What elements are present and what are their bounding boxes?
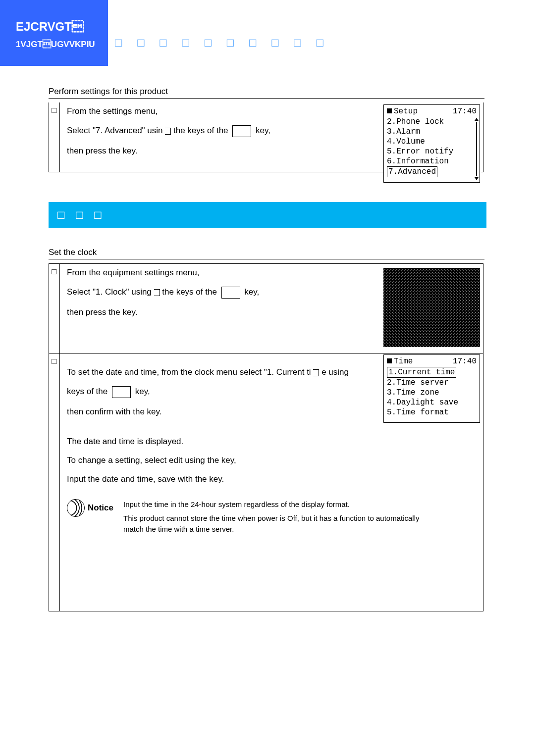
- phone-screen-dark: [383, 268, 480, 347]
- phone-screen-time: Time 17:40 1.Current time 2.Time server …: [383, 354, 480, 423]
- menu-item[interactable]: 3.Alarm: [387, 127, 477, 137]
- phone-menu-list: 2.Phone lock 3.Alarm 4.Volume 5.Error no…: [387, 117, 477, 177]
- section2-intro: Set the clock: [49, 248, 484, 259]
- section2-row1: □ From the equipment settings menu, Sele…: [49, 263, 483, 353]
- menu-item-selected[interactable]: 7.Advanced: [387, 166, 437, 177]
- phone-clock: 17:40: [453, 357, 477, 366]
- step-body: From the settings menu, Select "7. Advan…: [60, 102, 483, 172]
- clock-section-bar: □ □ □: [49, 202, 486, 228]
- phone-clock: 17:40: [453, 107, 477, 116]
- section2-steps: □ From the equipment settings menu, Sele…: [49, 263, 483, 611]
- sound-waves-icon: [67, 499, 85, 517]
- chapter-header: EJCRVGT 1VJGTUGVVKPIU: [0, 0, 108, 66]
- menu-item[interactable]: 6.Information: [387, 156, 477, 166]
- section1-intro: Perform settings for this product: [49, 87, 484, 99]
- notice-block: Notice Input the time in the 24-hour sys…: [67, 499, 476, 535]
- down-key-glyph: [165, 128, 171, 135]
- main-content: Perform settings for this product □ From…: [49, 87, 484, 611]
- notice-label: Notice: [88, 503, 113, 513]
- menu-item[interactable]: 4.Volume: [387, 137, 477, 147]
- page-heading-boxes: □ □ □ □ □ □ □ □ □ □: [115, 36, 329, 50]
- step-number: □: [49, 264, 60, 353]
- menu-item-selected[interactable]: 1.Current time: [387, 367, 456, 378]
- phone-screen-setup: Setup 17:40 2.Phone lock 3.Alarm 4.Volum…: [383, 104, 480, 183]
- step-text: The date and time is displayed.: [67, 437, 476, 447]
- notice-icon: Notice: [67, 499, 116, 517]
- scrollbar[interactable]: [475, 118, 479, 180]
- section2-row2: □ To set the date and time, from the clo…: [49, 353, 483, 611]
- step-text: Input the date and time, save with the k…: [67, 474, 476, 484]
- scroll-up-icon[interactable]: [475, 118, 479, 121]
- step-body: From the equipment settings menu, Select…: [60, 264, 483, 353]
- phone-titlebar: Time 17:40: [387, 357, 477, 366]
- cursor-key-box: [112, 386, 131, 398]
- phone-menu-list: 1.Current time 2.Time server 3.Time zone…: [387, 367, 477, 417]
- scroll-track: [476, 122, 477, 176]
- phone-titlebar: Setup 17:40: [387, 107, 477, 116]
- section1-step: □ From the settings menu, Select "7. Adv…: [49, 102, 483, 172]
- menu-item[interactable]: 4.Daylight save: [387, 398, 477, 407]
- step-number: □: [49, 353, 60, 611]
- notice-text: Input the time in the 24-hour system reg…: [123, 499, 421, 535]
- battery-icon: [387, 358, 392, 363]
- noise-pattern: [383, 268, 480, 347]
- menu-item[interactable]: 5.Time format: [387, 407, 477, 417]
- cursor-key-box: [221, 287, 240, 299]
- cursor-key-box: [232, 125, 251, 137]
- chapter-sub: 1VJGTUGVVKPIU: [16, 40, 108, 50]
- menu-item[interactable]: 2.Phone lock: [387, 117, 477, 127]
- menu-item[interactable]: 3.Time zone: [387, 388, 477, 398]
- step-text: To change a setting, select edit using t…: [67, 455, 476, 465]
- step-body: To set the date and time, from the clock…: [60, 353, 483, 611]
- down-key-glyph: [313, 369, 319, 376]
- scroll-down-icon[interactable]: [475, 177, 479, 180]
- down-key-glyph: [154, 289, 160, 296]
- step-number: □: [49, 102, 60, 172]
- battery-icon: [387, 108, 392, 113]
- chapter-label: EJCRVGT: [16, 20, 108, 34]
- menu-item[interactable]: 2.Time server: [387, 378, 477, 388]
- menu-item[interactable]: 5.Error notify: [387, 147, 477, 156]
